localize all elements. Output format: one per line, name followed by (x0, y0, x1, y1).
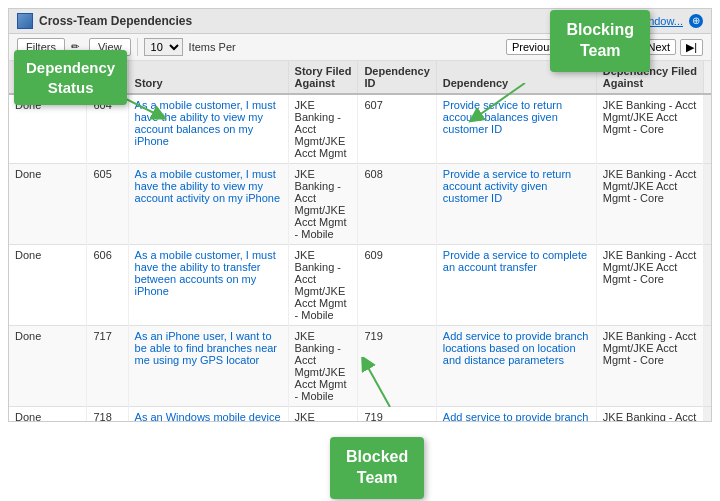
blocking-team-annotation: Blocking Team (550, 10, 650, 72)
story-cell-link[interactable]: As an iPhone user, I want to be able to … (135, 330, 278, 366)
dep-status-annotation: Dependency Status (14, 50, 127, 105)
dependency-cell[interactable]: Provide a service to return account acti… (436, 164, 596, 245)
dep-filed-against-cell: JKE Banking - Acct Mgmt/JKE Acct Mgmt - … (596, 245, 703, 326)
dependency-cell[interactable]: Provide a service to complete an account… (436, 245, 596, 326)
blocked-team-label: Blocked Team (346, 448, 408, 486)
panel-title: Cross-Team Dependencies (39, 14, 192, 28)
dep-filed-against-cell: JKE Banking - Acct Mgmt/JKE Acct Mgmt - … (596, 407, 703, 422)
dep-filed-against-cell: JKE Banking - Acct Mgmt/JKE Acct Mgmt - … (596, 326, 703, 407)
story-id-cell: 718 (87, 407, 128, 422)
dep-id-cell: 608 (358, 164, 436, 245)
col-dep-id: DependencyID (358, 61, 436, 94)
table-row: Done606As a mobile customer, I must have… (9, 245, 711, 326)
blocking-team-label: Blocking Team (566, 21, 634, 59)
story-id-cell: 606 (87, 245, 128, 326)
dep-status-cell: Done (9, 164, 87, 245)
dependency-cell[interactable]: Add service to provide branch locations … (436, 326, 596, 407)
scroll-cell (703, 94, 711, 164)
dep-filed-against-cell: JKE Banking - Acct Mgmt/JKE Acct Mgmt - … (596, 164, 703, 245)
story-id-cell: 717 (87, 326, 128, 407)
dependency-cell-link[interactable]: Provide a service to return account acti… (443, 168, 571, 204)
scroll-cell (703, 326, 711, 407)
blocked-team-annotation: Blocked Team (330, 437, 424, 499)
dep-status-cell: Done (9, 245, 87, 326)
story-cell-link[interactable]: As an Windows mobile device user, I want… (135, 411, 281, 421)
external-link-icon[interactable]: ⊕ (689, 14, 703, 28)
story-cell[interactable]: As an Windows mobile device user, I want… (128, 407, 288, 422)
scroll-cell (703, 407, 711, 422)
story-filed-against-cell: JKE Banking - Acct Mgmt/JKE Acct Mgmt - … (288, 164, 358, 245)
dependency-cell[interactable]: Add service to provide branch locations … (436, 407, 596, 422)
dependency-cell-link[interactable]: Add service to provide branch locations … (443, 330, 589, 366)
dependency-cell-link[interactable]: Provide a service to complete an account… (443, 249, 587, 273)
story-filed-against-cell: JKE Banking - Acct Mgmt/JKE Acct Mgmt - … (288, 245, 358, 326)
dep-status-arrow (120, 96, 170, 128)
dep-filed-against-cell: JKE Banking - Acct Mgmt/JKE Acct Mgmt - … (596, 94, 703, 164)
blocked-arrow-svg (360, 357, 440, 407)
scroll-col (703, 61, 711, 94)
story-filed-against-cell: JKE Banking - Acct Mgmt/JKE Acct Mgmt - … (288, 326, 358, 407)
dep-status-label: Dependency Status (26, 59, 115, 96)
story-cell-link[interactable]: As a mobile customer, I must have the ab… (135, 168, 281, 204)
svg-line-1 (365, 362, 390, 407)
story-filed-against-cell: JKE Banking - Acct Mgmt/JKE Acct Mgmt (288, 94, 358, 164)
scroll-cell (703, 164, 711, 245)
story-cell-link[interactable]: As a mobile customer, I must have the ab… (135, 249, 276, 297)
dependency-cell-link[interactable]: Add service to provide branch locations … (443, 411, 589, 421)
dep-status-cell: Done (9, 407, 87, 422)
story-filed-against-cell: JKE Banking - Acct Mgmt/JKE Acct Mgmt - … (288, 407, 358, 422)
table-row: Done605As a mobile customer, I must have… (9, 164, 711, 245)
last-page-button[interactable]: ▶| (680, 39, 703, 56)
toolbar-separator (137, 38, 138, 56)
blocked-team-arrow (360, 357, 440, 409)
items-per-page-select[interactable]: 10 25 50 (144, 38, 183, 56)
scroll-cell (703, 245, 711, 326)
grid-icon (17, 13, 33, 29)
dep-status-cell: Done (9, 326, 87, 407)
dep-id-cell: 609 (358, 245, 436, 326)
main-container: Cross-Team Dependencies Open in a new wi… (0, 8, 720, 501)
dep-id-cell: 607 (358, 94, 436, 164)
dep-status-arrow-svg (120, 96, 170, 126)
story-cell[interactable]: As an iPhone user, I want to be able to … (128, 326, 288, 407)
story-cell[interactable]: As a mobile customer, I must have the ab… (128, 245, 288, 326)
items-per-page-label: Items Per (189, 41, 236, 53)
story-id-cell: 605 (87, 164, 128, 245)
col-story: Story (128, 61, 288, 94)
blocking-team-arrow (465, 83, 545, 125)
story-cell[interactable]: As a mobile customer, I must have the ab… (128, 164, 288, 245)
svg-line-0 (475, 83, 525, 118)
blocking-arrow-svg (465, 83, 545, 123)
col-story-filed-against: Story FiledAgainst (288, 61, 358, 94)
